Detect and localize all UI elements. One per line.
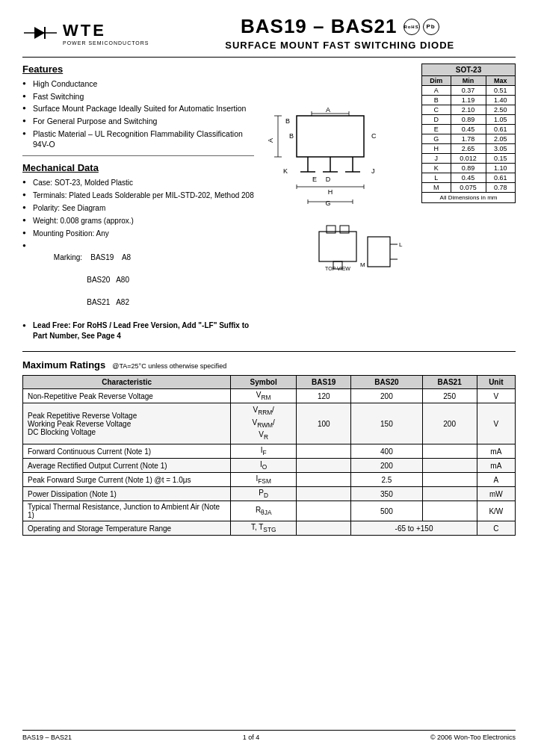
symbol-cell: PD	[231, 487, 297, 501]
bas21-cell: 250	[422, 389, 477, 403]
svg-rect-3	[297, 116, 364, 157]
max-ratings-section: Maximum Ratings @TA=25°C unless otherwis…	[22, 359, 516, 536]
svg-text:A: A	[326, 106, 330, 114]
bas19-cell	[297, 487, 351, 501]
col-header-bas21: BAS21	[422, 376, 477, 389]
char-cell: Average Rectified Output Current (Note 1…	[23, 459, 231, 473]
symbol-cell: IO	[231, 459, 297, 473]
mechanical-section: Mechanical Data Case: SOT-23, Molded Pla…	[22, 162, 254, 342]
col-header-symbol: Symbol	[231, 376, 297, 389]
char-cell: Power Dissipation (Note 1)	[23, 487, 231, 501]
bas21-cell	[422, 459, 477, 473]
svg-text:B: B	[285, 117, 290, 125]
table-row: G1.782.05	[422, 134, 516, 144]
max-ratings-header: Maximum Ratings @TA=25°C unless otherwis…	[22, 359, 516, 371]
char-cell: Non-Repetitive Peak Reverse Voltage	[23, 389, 231, 403]
char-cell: Peak Forward Surge Current (Note 1) @t =…	[23, 473, 231, 487]
list-item: Plastic Material – UL Recognition Flamma…	[22, 128, 254, 151]
title-area: BAS19 – BAS21 RoHS Pb SURFACE MOUNT FAST…	[164, 15, 516, 51]
logo-area: WTE POWER SEMICONDUCTORS	[22, 21, 149, 46]
bas20-cell: 400	[351, 444, 422, 459]
dimensions-table: SOT-23 Dim Min Max A0.370.51 B1.191.40 C…	[421, 63, 516, 203]
bas20-cell: 2.5	[351, 473, 422, 487]
col-header-bas20: BAS20	[351, 376, 422, 389]
features-list: High Conductance Fast Switching Surface …	[22, 78, 254, 151]
bas20-cell: 500	[351, 501, 422, 521]
bas21-cell	[422, 473, 477, 487]
section-divider-1	[22, 155, 254, 156]
header-divider	[22, 57, 516, 58]
mechanical-list: Case: SOT-23, Molded Plastic Terminals: …	[22, 176, 254, 320]
table-row: C2.102.50	[422, 105, 516, 115]
bas20-cell: 150	[351, 403, 422, 444]
dim-col-header: Dim	[422, 76, 451, 86]
table-row: L0.450.61	[422, 173, 516, 183]
marking-bas20: BAS20 A80	[54, 276, 129, 284]
table-row: Power Dissipation (Note 1) PD 350 mW	[23, 487, 516, 501]
col-header-char: Characteristic	[23, 376, 231, 389]
section-divider-2	[22, 351, 516, 352]
symbol-cell: T, TSTG	[231, 521, 297, 536]
svg-text:E: E	[312, 176, 317, 183]
table-row: J0.0120.15	[422, 154, 516, 164]
pb-icon: Pb	[423, 19, 439, 35]
svg-text:J: J	[371, 167, 375, 175]
svg-text:G: G	[325, 199, 330, 207]
symbol-cell: IF	[231, 444, 297, 459]
bas19-cell	[297, 444, 351, 459]
mechanical-title: Mechanical Data	[22, 162, 254, 173]
table-row: A0.370.51	[422, 86, 516, 96]
list-item: Fast Switching	[22, 90, 254, 103]
symbol-cell: IFSM	[231, 473, 297, 487]
lm-svg: L M	[353, 226, 412, 285]
bas20-cell: 350	[351, 487, 422, 501]
table-row: H2.653.05	[422, 144, 516, 154]
unit-cell: K/W	[477, 501, 515, 521]
upper-content: Features High Conductance Fast Switching…	[22, 63, 516, 342]
list-item: Terminals: Plated Leads Solderable per M…	[22, 189, 254, 202]
compliance-icons: RoHS Pb	[404, 19, 439, 35]
svg-text:K: K	[283, 167, 288, 175]
table-row: D0.891.05	[422, 115, 516, 125]
bas21-cell: 200	[422, 403, 477, 444]
unit-cell: mA	[477, 459, 515, 473]
lm-diagram: L M	[263, 278, 412, 287]
svg-rect-33	[319, 232, 356, 261]
marking-bas21: BAS21 A82	[54, 298, 129, 306]
unit-cell: mA	[477, 444, 515, 459]
table-row: Forward Continuous Current (Note 1) IF 4…	[23, 444, 516, 459]
bas19-cell: 120	[297, 389, 351, 403]
table-header-row: Characteristic Symbol BAS19 BAS20 BAS21 …	[23, 376, 516, 389]
list-item: Mounting Position: Any	[22, 227, 254, 240]
svg-text:A: A	[267, 138, 274, 143]
svg-text:M: M	[360, 261, 365, 268]
dim-note: All Dimensions in mm	[422, 193, 516, 203]
list-item: Marking: BAS19 A8 BAS20 A80 BAS21 A82	[22, 240, 254, 320]
char-cell: Peak Repetitive Reverse VoltageWorking P…	[23, 403, 231, 444]
bas20-cell: -65 to +150	[351, 521, 477, 536]
table-row: Average Rectified Output Current (Note 1…	[23, 459, 516, 473]
svg-text:B: B	[289, 132, 294, 140]
part-number: BAS19 – BAS21	[241, 15, 398, 38]
table-row: B1.191.40	[422, 96, 516, 105]
page-footer: BAS19 – BAS21 1 of 4 © 2006 Won-Too Elec…	[22, 730, 516, 741]
package-diagram-svg: A B A B C D E H K J G	[267, 71, 409, 220]
unit-cell: V	[477, 389, 515, 403]
list-item: Polarity: See Diagram	[22, 202, 254, 214]
brand-subtitle: POWER SEMICONDUCTORS	[63, 40, 149, 46]
bas21-cell	[422, 501, 477, 521]
dimensions-panel: SOT-23 Dim Min Max A0.370.51 B1.191.40 C…	[421, 63, 516, 342]
svg-marker-1	[34, 27, 45, 39]
marking-label: Marking: BAS19 A8	[54, 253, 131, 261]
list-item: For General Purpose and Switching	[22, 115, 254, 128]
features-section: Features High Conductance Fast Switching…	[22, 63, 254, 151]
bas19-cell	[297, 459, 351, 473]
char-cell: Forward Continuous Current (Note 1)	[23, 444, 231, 459]
table-row: Operating and Storage Temperature Range …	[23, 521, 516, 536]
dim-col-header: Min	[451, 76, 486, 86]
unit-cell: mW	[477, 487, 515, 501]
table-row: M0.0750.78	[422, 183, 516, 193]
bas19-cell	[297, 521, 351, 536]
bas19-cell: 100	[297, 403, 351, 444]
unit-cell: C	[477, 521, 515, 536]
